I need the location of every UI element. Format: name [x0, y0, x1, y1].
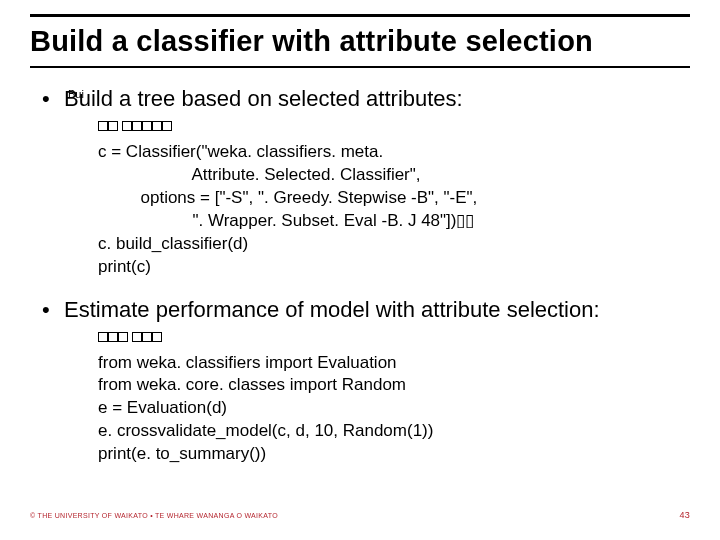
code-block-1: from weka. classifiers import Evaluation… [98, 329, 690, 467]
glyph-box-icon [142, 121, 152, 131]
code-text-0: c = Classifier("weka. classifiers. meta.… [98, 142, 477, 276]
glyph-box-icon [142, 332, 152, 342]
code-text-1: from weka. classifiers import Evaluation… [98, 353, 433, 464]
glyph-box-icon [98, 121, 108, 131]
bullet-item-0: Bui Build a tree based on selected attri… [36, 86, 690, 112]
glyph-box-icon [108, 121, 118, 131]
bullet-list: Bui Build a tree based on selected attri… [36, 86, 690, 112]
slide: Build a classifier with attribute select… [0, 0, 720, 540]
slide-title: Build a classifier with attribute select… [30, 25, 690, 58]
footer-copyright: © THE UNIVERSITY OF WAIKATO • TE WHARE W… [30, 512, 278, 519]
glyph-box-icon [162, 121, 172, 131]
glyph-box-icon [108, 332, 118, 342]
bullet-text-0: Build a tree based on selected attribute… [64, 86, 463, 111]
glyph-box-icon [118, 332, 128, 342]
bullet-list-2: Estimate performance of model with attri… [36, 297, 690, 323]
glyph-box-icon [132, 332, 142, 342]
page-number: 43 [679, 510, 690, 520]
code-block-0: c = Classifier("weka. classifiers. meta.… [98, 118, 690, 279]
slide-content: Bui Build a tree based on selected attri… [30, 86, 690, 466]
bullet-text-1: Estimate performance of model with attri… [64, 297, 600, 322]
glyph-box-icon [152, 332, 162, 342]
title-underline [30, 66, 690, 68]
code-overlay-1 [98, 331, 162, 345]
top-rule [30, 14, 690, 17]
glyph-box-icon [122, 121, 132, 131]
glyph-box-icon [98, 332, 108, 342]
footer: © THE UNIVERSITY OF WAIKATO • TE WHARE W… [30, 510, 690, 520]
glyph-box-icon [132, 121, 142, 131]
code-overlay-0 [98, 120, 172, 134]
glyph-box-icon [152, 121, 162, 131]
bullet-item-1: Estimate performance of model with attri… [36, 297, 690, 323]
